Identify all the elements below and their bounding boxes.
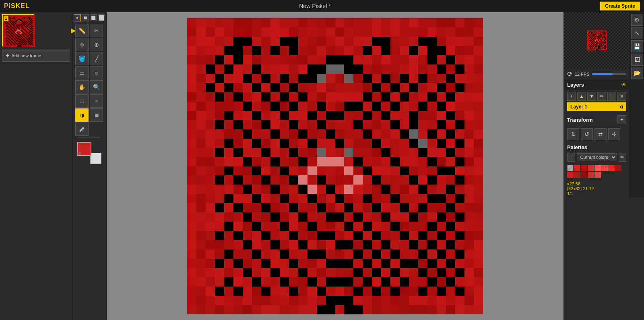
rect-select-tool[interactable]: ⬚ <box>75 94 89 108</box>
lasso-tool[interactable]: ◎ <box>75 38 89 51</box>
move-tool[interactable]: ✋ <box>75 80 89 94</box>
status-bar: x27.56 [32x32] 21:12 1/1 <box>564 180 630 197</box>
select-tool[interactable]: ⊕ <box>90 38 103 51</box>
lasso-select-tool[interactable]: ⌾ <box>90 94 103 108</box>
translate-button[interactable]: ✛ <box>608 128 620 140</box>
export-button[interactable]: 🖼 <box>631 54 643 66</box>
palette-color-9[interactable] <box>574 172 580 178</box>
palette-controls: + Current colors ✏ <box>564 153 630 163</box>
flip-v-button[interactable]: ⇅ <box>567 128 579 140</box>
add-frame-button[interactable]: + Add new frame <box>2 50 70 62</box>
create-sprite-button[interactable]: Create Sprite <box>600 2 640 10</box>
dither-tool[interactable]: ▦ <box>90 108 103 122</box>
layer-1-name: Layer 1 <box>570 104 587 110</box>
layers-visibility-icon[interactable]: 👁 <box>621 82 626 88</box>
layer-1-opacity: α <box>620 104 623 110</box>
palette-color-8[interactable] <box>567 172 574 178</box>
fps-value: 12 FPS <box>575 72 590 77</box>
pencil-tool[interactable]: ✏️ <box>75 24 89 37</box>
palette-color-3[interactable] <box>588 165 594 171</box>
layers-header: Layers 👁 <box>564 79 630 90</box>
layers-title: Layers <box>567 82 584 88</box>
preview-canvas <box>587 30 607 50</box>
frames-panel: 1 ▶ + Add new frame <box>0 12 72 320</box>
edit-layer-button[interactable]: ✏ <box>597 92 606 101</box>
transform-header: Transform + <box>564 113 630 127</box>
size-4x4-button[interactable] <box>98 14 105 21</box>
resize-button[interactable]: ⤡ <box>631 27 643 39</box>
rect-tool[interactable]: ▭ <box>75 66 89 79</box>
frame-arrow: ▶ <box>71 27 76 34</box>
save-button[interactable]: 💾 <box>631 40 643 52</box>
tools-grid: ✏️ ✂ ◎ ⊕ 🪣 ╱ ▭ ○ ✋ 🔍 ⬚ ⌾ ◑ ▦ 💉 <box>75 24 103 136</box>
lighten-tool[interactable]: ◑ <box>75 108 89 122</box>
palette-color-6[interactable] <box>608 165 615 171</box>
tool-size-group <box>74 14 105 21</box>
eyedropper2-tool[interactable]: 💉 <box>75 123 89 136</box>
palettes-title: Palettes <box>567 144 587 150</box>
transform-buttons: ⇅ ↺ ⇄ ✛ <box>564 127 630 142</box>
edit-palette-button[interactable]: ✏ <box>619 153 627 162</box>
merge-layers-button[interactable]: ⬛ <box>607 92 616 101</box>
eyedropper-tool[interactable]: 🔍 <box>90 80 103 94</box>
size-1x1-button[interactable] <box>74 14 81 21</box>
add-palette-button[interactable]: + <box>567 153 575 162</box>
coords-display: x27.56 <box>567 181 626 186</box>
palette-color-11[interactable] <box>588 172 594 178</box>
palette-color-transparent[interactable] <box>567 165 574 171</box>
canvas-area <box>107 12 564 320</box>
fill-tool[interactable]: 🪣 <box>75 52 89 65</box>
topbar: PiSKEL New Piskel * Create Sprite <box>0 0 644 12</box>
right-sidebar: ⟳ 12 FPS Layers 👁 + ▲ ▼ ✏ ⬛ ✕ <box>564 12 644 320</box>
sprite-preview <box>564 12 630 69</box>
layer-1-item[interactable]: Layer 1 α <box>567 102 626 111</box>
size-2x2-button[interactable] <box>82 14 89 21</box>
flip-h-button[interactable]: ⇄ <box>594 128 607 140</box>
swap-colors-icon[interactable]: ↺ <box>76 150 81 157</box>
frame-1[interactable]: 1 <box>2 14 34 46</box>
palette-colors <box>564 163 630 180</box>
palette-color-1[interactable] <box>574 165 580 171</box>
palette-color-12[interactable] <box>594 172 601 178</box>
main-layout: 1 ▶ + Add new frame ✏️ ✂ ◎ ⊕ 🪣 ╱ ▭ ○ ✋ <box>0 12 644 320</box>
move-layer-up-button[interactable]: ▲ <box>577 92 586 101</box>
move-layer-down-button[interactable]: ▼ <box>587 92 596 101</box>
size-display: [32x32] 21:12 <box>567 186 626 191</box>
palette-color-4[interactable] <box>594 165 601 171</box>
transform-add-button[interactable]: + <box>617 115 626 124</box>
transform-title: Transform <box>567 117 593 123</box>
fps-row: ⟳ 12 FPS <box>564 69 630 79</box>
delete-layer-button[interactable]: ✕ <box>617 92 626 101</box>
divider <box>78 137 101 138</box>
line-tool[interactable]: ╱ <box>90 52 103 65</box>
right-main-panel: ⟳ 12 FPS Layers 👁 + ▲ ▼ ✏ ⬛ ✕ <box>564 12 630 197</box>
palette-select[interactable]: Current colors <box>577 153 617 161</box>
palette-color-5[interactable] <box>601 165 608 171</box>
palette-color-2[interactable] <box>581 165 587 171</box>
ellipse-tool[interactable]: ○ <box>90 66 103 79</box>
right-icons-column: ⚙ ⤡ 💾 🖼 📂 <box>630 12 644 197</box>
pixel-canvas[interactable] <box>187 18 483 314</box>
background-color[interactable] <box>90 153 101 164</box>
canvas-wrapper <box>187 18 483 314</box>
size-3x3-button[interactable] <box>90 14 97 21</box>
app-logo: PiSKEL <box>4 2 30 10</box>
rotate-button[interactable]: ↺ <box>581 128 593 140</box>
palettes-header: Palettes <box>564 142 630 153</box>
import-button[interactable]: 📂 <box>631 67 643 79</box>
right-sidebar-inner: ⟳ 12 FPS Layers 👁 + ▲ ▼ ✏ ⬛ ✕ <box>564 12 644 197</box>
fps-icon: ⟳ <box>567 70 572 78</box>
settings-button[interactable]: ⚙ <box>631 14 643 26</box>
palette-color-10[interactable] <box>581 172 587 178</box>
add-layer-button[interactable]: + <box>567 92 576 101</box>
color-swatches: ↺ <box>77 142 101 164</box>
path-tool[interactable]: ✂ <box>90 24 103 37</box>
plus-icon: + <box>6 52 9 59</box>
frame-number: 1 <box>4 16 8 21</box>
layers-actions: + ▲ ▼ ✏ ⬛ ✕ <box>564 90 630 102</box>
palette-color-7[interactable] <box>615 165 621 171</box>
add-frame-label: Add new frame <box>11 53 41 58</box>
frame-display: 1/1 <box>567 191 626 196</box>
fps-slider[interactable] <box>592 73 626 75</box>
left-toolbar: ✏️ ✂ ◎ ⊕ 🪣 ╱ ▭ ○ ✋ 🔍 ⬚ ⌾ ◑ ▦ 💉 ↺ <box>72 12 107 320</box>
